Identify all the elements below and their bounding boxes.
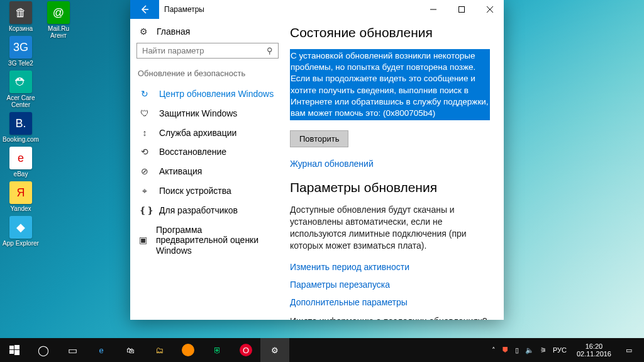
app-icon: B. bbox=[9, 112, 32, 135]
status-heading: Состояние обновления bbox=[290, 25, 490, 40]
tray-date: 02.11.2016 bbox=[577, 350, 611, 358]
desktop-icon-label: eBay bbox=[14, 171, 28, 178]
content-area: Состояние обновления С установкой обновл… bbox=[290, 19, 504, 320]
sidebar-item-label: Служба архивации bbox=[159, 128, 236, 139]
taskbar-app-opera[interactable]: O bbox=[231, 338, 260, 362]
active-hours-link[interactable]: Изменить период активности bbox=[290, 262, 490, 272]
tray-language[interactable]: РУС bbox=[553, 346, 567, 354]
nav-icon: ↕ bbox=[139, 128, 150, 139]
tray-time: 16:20 bbox=[577, 342, 611, 350]
desktop-icon-label: Корзина bbox=[9, 25, 33, 32]
sidebar-item-label: Поиск устройства bbox=[159, 186, 231, 196]
tray-chevron-up-icon[interactable]: ˄ bbox=[492, 346, 496, 354]
settings-window: Параметры ⚙ Главная Найти параметр ⚲ Обн… bbox=[130, 0, 504, 320]
desktop-icon[interactable]: ◆App Explorer bbox=[3, 216, 39, 247]
app-icon: 🗑 bbox=[9, 1, 32, 24]
sidebar-item[interactable]: ⌖Поиск устройства bbox=[136, 181, 279, 201]
sidebar-item[interactable]: ↕Служба архивации bbox=[136, 123, 279, 143]
desktop-icon[interactable]: ЯYandex bbox=[3, 181, 39, 212]
window-title: Параметры bbox=[159, 0, 419, 19]
app-icon: @ bbox=[47, 1, 70, 24]
sidebar-item[interactable]: 🛡Защитник Windows bbox=[136, 104, 279, 123]
taskbar-app-edge[interactable]: e bbox=[87, 338, 116, 362]
nav-icon: ⟲ bbox=[139, 147, 150, 157]
minimize-button[interactable] bbox=[419, 0, 447, 19]
app-icon: 3G bbox=[9, 36, 32, 59]
back-button[interactable] bbox=[130, 0, 159, 19]
sidebar-item-label: Программа предварительной оценки Windows bbox=[156, 225, 276, 256]
home-button[interactable]: ⚙ Главная bbox=[136, 24, 279, 43]
sidebar-item-label: Восстановление bbox=[159, 147, 226, 157]
tray-volume-icon[interactable]: 🔈 bbox=[525, 346, 534, 354]
nav-icon: ▣ bbox=[139, 235, 147, 246]
opera-icon: O bbox=[240, 344, 252, 356]
desktop-icons-column-2: @Mail.Ru Агент bbox=[40, 1, 77, 39]
desktop-icon[interactable]: @Mail.Ru Агент bbox=[40, 1, 77, 39]
tray-clock[interactable]: 16:20 02.11.2016 bbox=[577, 342, 611, 358]
nav-icon: 🛡 bbox=[139, 108, 150, 119]
tray-battery-icon[interactable]: ▯ bbox=[515, 346, 519, 354]
desktop-icon[interactable]: eeBay bbox=[3, 147, 39, 178]
nav-icon: ⌖ bbox=[139, 186, 150, 196]
app-icon: Я bbox=[9, 181, 32, 204]
taskbar-app-store[interactable]: 🛍 bbox=[116, 338, 145, 362]
advanced-options-link[interactable]: Дополнительные параметры bbox=[290, 297, 490, 307]
sidebar-item-label: Центр обновления Windows bbox=[159, 89, 274, 99]
sidebar-item[interactable]: ↻Центр обновления Windows bbox=[136, 84, 279, 104]
task-view-button[interactable]: ▭ bbox=[58, 338, 87, 362]
svg-rect-3 bbox=[9, 350, 14, 354]
desktop-icon[interactable]: 3G3G Tele2 bbox=[3, 36, 39, 67]
desktop-icon[interactable]: 🗑Корзина bbox=[3, 1, 39, 32]
sidebar-item[interactable]: ⊘Активация bbox=[136, 162, 279, 181]
sidebar-item-label: Активация bbox=[159, 166, 202, 177]
desktop-icon-label: 3G Tele2 bbox=[8, 60, 33, 67]
taskbar-app-settings[interactable]: ⚙ bbox=[260, 338, 289, 362]
auto-update-text: Доступные обновления будут скачаны и уст… bbox=[290, 204, 490, 252]
desktop-icon-label: Mail.Ru Агент bbox=[40, 25, 77, 39]
nav-icon: ↻ bbox=[139, 89, 150, 99]
search-button[interactable]: ◯ bbox=[29, 338, 58, 362]
search-icon: ⚲ bbox=[267, 46, 273, 55]
desktop-icon-label: Yandex bbox=[10, 205, 31, 212]
retry-button[interactable]: Повторить bbox=[290, 130, 348, 147]
gear-icon: ⚙ bbox=[138, 26, 149, 37]
titlebar: Параметры bbox=[130, 0, 504, 19]
store-icon: 🛍 bbox=[124, 344, 136, 356]
restart-options-link[interactable]: Параметры перезапуска bbox=[290, 280, 490, 290]
firefox-icon bbox=[182, 344, 194, 356]
folder-icon: 🗂 bbox=[153, 344, 165, 356]
section-title: Обновление и безопасность bbox=[136, 69, 279, 78]
edge-icon: e bbox=[95, 344, 108, 356]
tray-security-icon[interactable]: ⛊ bbox=[502, 346, 509, 354]
nav-icon: ⊘ bbox=[139, 166, 150, 177]
search-icon: ◯ bbox=[38, 344, 49, 356]
app-icon: ◆ bbox=[9, 216, 32, 239]
desktop-icon[interactable]: ⛑Acer Care Center bbox=[3, 71, 39, 108]
start-button[interactable] bbox=[0, 338, 29, 362]
error-message: С установкой обновлений возникли некотор… bbox=[290, 49, 490, 120]
app-icon: e bbox=[9, 147, 32, 169]
close-button[interactable] bbox=[475, 0, 504, 19]
taskbar-app-firefox[interactable] bbox=[174, 338, 203, 362]
svg-rect-0 bbox=[458, 7, 464, 13]
taskbar-app-explorer[interactable]: 🗂 bbox=[145, 338, 174, 362]
taskbar-app-shield[interactable]: ⛨ bbox=[203, 338, 231, 362]
nav-icon: ❴❵ bbox=[139, 205, 150, 216]
tray-wifi-icon[interactable]: ⚞ bbox=[540, 346, 547, 354]
home-label: Главная bbox=[157, 26, 190, 37]
sidebar: ⚙ Главная Найти параметр ⚲ Обновление и … bbox=[130, 19, 290, 320]
settings-heading: Параметры обновления bbox=[290, 180, 490, 195]
sidebar-item[interactable]: ❴❵Для разработчиков bbox=[136, 201, 279, 220]
sidebar-item[interactable]: ▣Программа предварительной оценки Window… bbox=[136, 220, 279, 261]
desktop-icon-label: Acer Care Center bbox=[3, 94, 39, 108]
app-icon: ⛑ bbox=[9, 71, 32, 93]
maximize-button[interactable] bbox=[447, 0, 475, 19]
desktop-icon[interactable]: B.Booking.com bbox=[3, 112, 39, 143]
shield-icon: ⛨ bbox=[211, 344, 223, 356]
search-input[interactable]: Найти параметр ⚲ bbox=[136, 43, 279, 59]
desktop-icon-label: Booking.com bbox=[3, 136, 39, 143]
sidebar-item[interactable]: ⟲Восстановление bbox=[136, 142, 279, 162]
update-history-link[interactable]: Журнал обновлений bbox=[290, 159, 490, 169]
sidebar-item-label: Защитник Windows bbox=[159, 108, 237, 119]
action-center-button[interactable]: ▭ bbox=[618, 346, 640, 354]
